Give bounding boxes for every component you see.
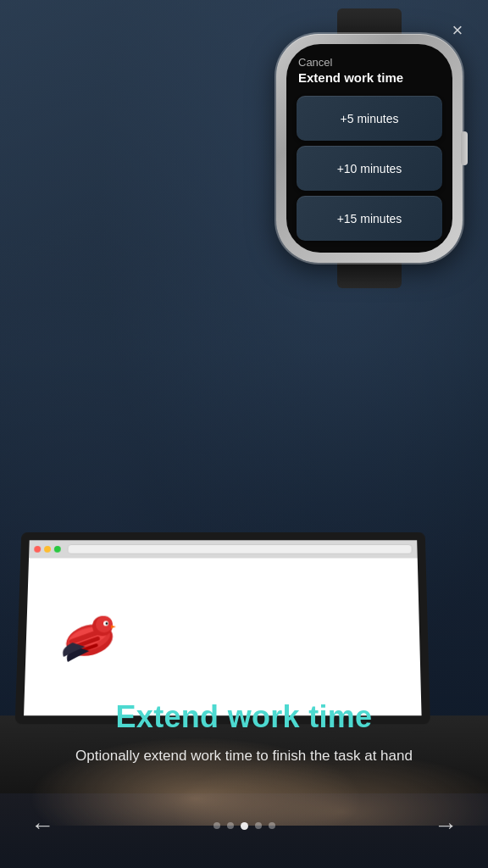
- svg-marker-10: [111, 625, 116, 628]
- nav-dot-3[interactable]: [241, 822, 248, 830]
- main-description: Optionally extend work time to finish th…: [25, 745, 463, 767]
- watch-title: Extend work time: [298, 70, 441, 86]
- watch-screen: Cancel Extend work time +5 minutes +10 m…: [286, 44, 452, 253]
- watch-cancel-label[interactable]: Cancel: [298, 56, 441, 69]
- watch-body: Cancel Extend work time +5 minutes +10 m…: [276, 34, 463, 263]
- watch-crown: [461, 131, 468, 165]
- nav-next-button[interactable]: →: [429, 809, 463, 843]
- nav-dots: [214, 822, 275, 830]
- apple-watch: Cancel Extend work time +5 minutes +10 m…: [268, 34, 471, 288]
- watch-10min-button[interactable]: +10 minutes: [297, 146, 442, 191]
- watch-header: Cancel Extend work time: [286, 44, 452, 91]
- watch-5min-button[interactable]: +5 minutes: [297, 96, 442, 141]
- browser-chrome: [29, 540, 418, 558]
- bird-logo: [51, 604, 128, 667]
- watch-15min-button[interactable]: +15 minutes: [297, 196, 442, 241]
- nav-dot-1[interactable]: [214, 822, 220, 829]
- nav-dot-2[interactable]: [227, 822, 234, 829]
- watch-case: Cancel Extend work time +5 minutes +10 m…: [276, 34, 463, 263]
- nav-prev-button[interactable]: ←: [25, 809, 59, 843]
- bottom-content: Extend work time Optionally extend work …: [0, 699, 488, 767]
- main-title: Extend work time: [25, 699, 463, 735]
- watch-buttons-container: +5 minutes +10 minutes +15 minutes: [286, 91, 452, 253]
- nav-bar: ← →: [0, 809, 488, 843]
- nav-dot-4[interactable]: [255, 822, 262, 829]
- nav-dot-5[interactable]: [269, 822, 275, 829]
